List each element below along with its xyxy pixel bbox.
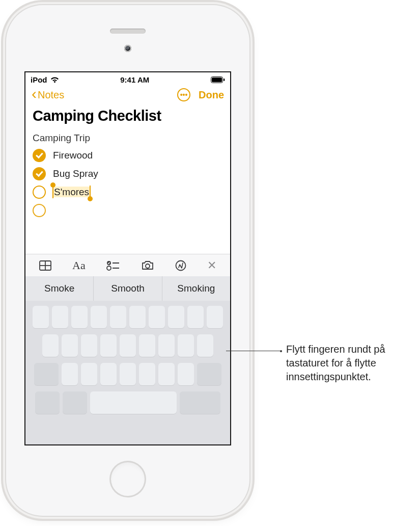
screen: iPod 9:41 AM ‹ Notes ••• D <box>24 71 231 445</box>
back-label: Notes <box>38 89 64 101</box>
suggestion[interactable]: Smoking <box>162 276 230 301</box>
speaker-grille <box>110 29 146 34</box>
back-button[interactable]: ‹ Notes <box>32 89 64 101</box>
checklist-icon[interactable] <box>106 260 120 271</box>
note-title[interactable]: Camping Checklist <box>33 108 223 124</box>
clock: 9:41 AM <box>120 75 149 84</box>
blank-key[interactable] <box>178 334 194 357</box>
format-toolbar: Aa ✕ <box>25 254 230 276</box>
device-frame: iPod 9:41 AM ‹ Notes ••• D <box>6 5 249 516</box>
blank-key[interactable] <box>139 334 155 357</box>
battery-icon <box>211 76 225 83</box>
blank-key[interactable] <box>207 306 223 328</box>
close-icon[interactable]: ✕ <box>207 259 216 272</box>
blank-key[interactable] <box>62 363 78 385</box>
callout-line <box>226 351 282 351</box>
text-selection[interactable]: S'mores <box>53 187 90 197</box>
blank-key[interactable] <box>52 306 68 328</box>
callout-text: Flytt fingeren rundt på tastaturet for å… <box>286 343 408 384</box>
svg-rect-1 <box>212 77 222 82</box>
blank-key[interactable] <box>34 363 59 385</box>
blank-key[interactable] <box>33 306 49 328</box>
spacebar[interactable] <box>90 391 177 414</box>
checklist-item-label[interactable]: S'mores <box>53 187 90 198</box>
front-camera <box>124 45 131 52</box>
blank-key[interactable] <box>100 363 117 385</box>
checklist-item[interactable] <box>33 204 223 217</box>
blank-key[interactable] <box>120 363 136 385</box>
blank-key[interactable] <box>180 391 220 414</box>
text-format-icon[interactable]: Aa <box>72 259 86 272</box>
done-button[interactable]: Done <box>199 89 224 101</box>
note-body[interactable]: Camping Checklist Camping Trip Firewood … <box>25 103 230 217</box>
status-bar: iPod 9:41 AM <box>25 72 230 85</box>
blank-key[interactable] <box>63 391 87 414</box>
chevron-left-icon: ‹ <box>32 89 37 99</box>
svg-point-8 <box>107 266 111 270</box>
blank-key[interactable] <box>158 363 175 385</box>
home-button[interactable] <box>109 461 146 497</box>
checklist-item-label[interactable]: Bug Spray <box>53 168 98 179</box>
blank-key[interactable] <box>110 306 126 328</box>
blank-key[interactable] <box>62 334 78 357</box>
checkbox-unchecked-icon[interactable] <box>33 186 46 199</box>
keyboard-trackpad[interactable] <box>25 301 230 444</box>
blank-key[interactable] <box>91 306 107 328</box>
camera-icon[interactable] <box>141 260 154 271</box>
blank-key[interactable] <box>168 306 184 328</box>
blank-key[interactable] <box>158 334 175 357</box>
blank-key[interactable] <box>100 334 117 357</box>
wifi-icon <box>50 76 59 83</box>
blank-key[interactable] <box>120 334 136 357</box>
checkbox-checked-icon[interactable] <box>33 167 46 180</box>
checklist-item[interactable]: S'mores <box>33 186 223 199</box>
nav-bar: ‹ Notes ••• Done <box>25 85 230 103</box>
svg-rect-2 <box>223 78 225 81</box>
suggestion[interactable]: Smoke <box>25 276 94 301</box>
blank-key[interactable] <box>35 391 60 414</box>
blank-key[interactable] <box>197 334 213 357</box>
more-button[interactable]: ••• <box>177 88 190 101</box>
blank-key[interactable] <box>139 363 155 385</box>
blank-key[interactable] <box>129 306 146 328</box>
quicktype-bar: Smoke Smooth Smoking <box>25 276 230 301</box>
blank-key[interactable] <box>42 334 59 357</box>
blank-key[interactable] <box>71 306 88 328</box>
note-subtitle[interactable]: Camping Trip <box>33 133 223 144</box>
checklist-item-label[interactable]: Firewood <box>53 150 93 161</box>
markup-icon[interactable] <box>175 260 186 271</box>
checkbox-checked-icon[interactable] <box>33 149 46 162</box>
checkbox-unchecked-icon[interactable] <box>33 204 46 217</box>
blank-key[interactable] <box>197 363 221 385</box>
ellipsis-icon: ••• <box>180 91 188 99</box>
suggestion[interactable]: Smooth <box>94 276 162 301</box>
blank-key[interactable] <box>149 306 165 328</box>
checklist-item[interactable]: Bug Spray <box>33 167 223 180</box>
carrier-label: iPod <box>31 75 47 84</box>
blank-key[interactable] <box>178 363 194 385</box>
table-icon[interactable] <box>39 260 51 271</box>
blank-key[interactable] <box>81 334 97 357</box>
blank-key[interactable] <box>187 306 204 328</box>
checklist-item[interactable]: Firewood <box>33 149 223 162</box>
svg-point-10 <box>146 264 150 268</box>
blank-key[interactable] <box>81 363 97 385</box>
